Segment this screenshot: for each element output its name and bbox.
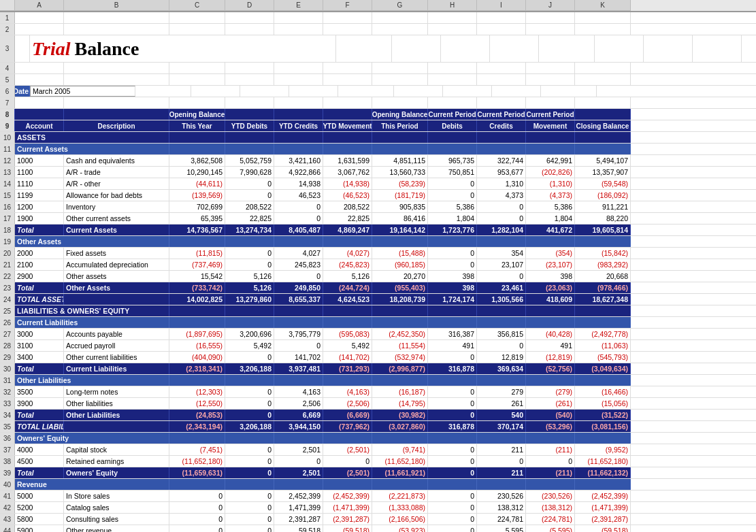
row-num-32: 32	[0, 386, 15, 397]
row-num-24: 24	[0, 294, 15, 305]
spreadsheet: A B C D E F G H I J K 1 2	[0, 0, 756, 532]
row-15: 151199Allowance for bad debts(139,569)04…	[0, 190, 756, 201]
row-num-43: 43	[0, 514, 15, 525]
row-num-2: 2	[0, 24, 15, 35]
row-num-34: 34	[0, 410, 15, 420]
row-4: 4	[0, 63, 756, 74]
row-21: 212100Accumulated depreciation(737,469)0…	[0, 259, 756, 271]
row-12: 121000Cash and equivalents3,862,5085,052…	[0, 155, 756, 167]
row-7: 7	[0, 97, 756, 109]
row-14: 141110A/R - other(44,611)014,938(14,938)…	[0, 178, 756, 190]
col-header-f: E	[274, 0, 323, 11]
row-num-35: 35	[0, 421, 15, 432]
col-header-c: B	[64, 0, 169, 11]
row-33: 333900Other liabilities(12,550)02,506(2,…	[0, 398, 756, 410]
row-num-20: 20	[0, 248, 15, 259]
row-num-30: 30	[0, 363, 15, 374]
row-23: 23TotalOther Assets(733,742)5,126249,850…	[0, 282, 756, 294]
col-header-j: I	[477, 0, 526, 11]
row-9-header-bot: 9 Account Description This Year YTD Debi…	[0, 120, 756, 132]
row-num-27: 27	[0, 329, 15, 339]
col-header-e: D	[225, 0, 274, 11]
row-num-11: 11	[0, 144, 15, 154]
row-num-29: 29	[0, 352, 15, 363]
title-normal: Balance	[75, 38, 139, 60]
row-44: 445900Other revenue0059,518(59,518)(53,9…	[0, 525, 756, 532]
row-num-26: 26	[0, 317, 15, 328]
row-22: 222900Other assets15,5425,12605,12620,27…	[0, 271, 756, 282]
row-num-41: 41	[0, 491, 15, 501]
title-italic: Trial	[32, 38, 71, 60]
row-num-28: 28	[0, 340, 15, 351]
row-num-25: 25	[0, 305, 15, 316]
col-header-l: K	[575, 0, 631, 11]
row-num-23: 23	[0, 282, 15, 293]
col-header-i: H	[428, 0, 477, 11]
row-num-40: 40	[0, 479, 15, 490]
row-30: 30TotalCurrent Liabilities(2,318,341)3,2…	[0, 363, 756, 375]
row-num-21: 21	[0, 259, 15, 270]
row-2: 2	[0, 24, 756, 35]
row-37: 374000Capital stock(7,451)02,501(2,501)(…	[0, 444, 756, 456]
row-31: 31Other Liabilities	[0, 375, 756, 386]
row-25: 25LIABILITIES & OWNERS' EQUITY	[0, 305, 756, 317]
row-34: 34TotalOther Liabilities(24,853)06,669(6…	[0, 410, 756, 421]
row-num-36: 36	[0, 433, 15, 444]
row-num-44: 44	[0, 525, 15, 532]
row-41: 415000In Store sales002,452,399(2,452,39…	[0, 491, 756, 502]
row-num-13: 13	[0, 167, 15, 178]
row-42: 425200Catalog sales001,471,399(1,471,399…	[0, 502, 756, 514]
row-11: 11Current Assets	[0, 144, 756, 155]
col-header-a	[0, 0, 15, 11]
col-header-d: C	[169, 0, 225, 11]
row-39: 39TotalOwners' Equity(11,659,631)02,501(…	[0, 467, 756, 479]
row-24: 24TOTAL ASSETS14,002,82513,279,8608,655,…	[0, 294, 756, 305]
row-32: 323500Long-term notes(12,303)04,163(4,16…	[0, 386, 756, 398]
col-header-row: A B C D E F G H I J K	[0, 0, 756, 12]
row-num-14: 14	[0, 178, 15, 189]
row-num-33: 33	[0, 398, 15, 409]
row-36: 36Owners' Equity	[0, 433, 756, 444]
row-35: 35TOTAL LIABILITIES(2,343,194)3,206,1883…	[0, 421, 756, 433]
row-num-17: 17	[0, 213, 15, 224]
row-num-31: 31	[0, 375, 15, 386]
row-28: 283100Accrued payroll(16,555)5,49205,492…	[0, 340, 756, 352]
row-num-37: 37	[0, 444, 15, 455]
row-17: 171900Other current assets65,39522,82502…	[0, 213, 756, 225]
row-16: 161200Inventory702,699208,5220208,522905…	[0, 201, 756, 213]
row-num-22: 22	[0, 271, 15, 282]
row-num-38: 38	[0, 456, 15, 467]
row-num-3: 3	[0, 35, 15, 62]
row-38: 384500Retained earnings(11,652,180)000(1…	[0, 456, 756, 467]
row-18: 18TotalCurrent Assets14,736,56713,274,73…	[0, 225, 756, 236]
row-19: 19Other Assets	[0, 236, 756, 248]
row-43: 435800Consulting sales002,391,287(2,391,…	[0, 514, 756, 525]
row-num-18: 18	[0, 225, 15, 235]
row-num-12: 12	[0, 155, 15, 166]
row-1: 1	[0, 12, 756, 24]
row-num-10: 10	[0, 132, 15, 143]
col-header-k: J	[526, 0, 575, 11]
row-10: 10ASSETS	[0, 132, 756, 144]
row-29: 293400Other current liabilities(404,090)…	[0, 352, 756, 363]
row-num-16: 16	[0, 201, 15, 212]
row-6: 6 Date: March 2005	[0, 86, 756, 97]
data-rows: 10ASSETS11Current Assets121000Cash and e…	[0, 132, 756, 532]
row-num-19: 19	[0, 236, 15, 247]
row-3: 3 Trial Balance	[0, 35, 756, 63]
row-num-15: 15	[0, 190, 15, 201]
row-5: 5	[0, 74, 756, 86]
row-num-39: 39	[0, 467, 15, 478]
col-header-b: A	[15, 0, 64, 11]
row-num-1: 1	[0, 12, 15, 23]
row-27: 273000Accounts payable(1,897,695)3,200,6…	[0, 329, 756, 340]
row-num-42: 42	[0, 502, 15, 513]
row-20: 202000Fixed assets(11,815)04,027(4,027)(…	[0, 248, 756, 259]
col-header-h: G	[372, 0, 428, 11]
row-26: 26Current Liabilities	[0, 317, 756, 329]
col-header-g: F	[323, 0, 372, 11]
row-8-header-top: 8 Opening Balance Opening Balance Curren…	[0, 109, 756, 120]
row-13: 131100A/R - trade10,290,1457,990,6284,92…	[0, 167, 756, 178]
row-40: 40Revenue	[0, 479, 756, 491]
